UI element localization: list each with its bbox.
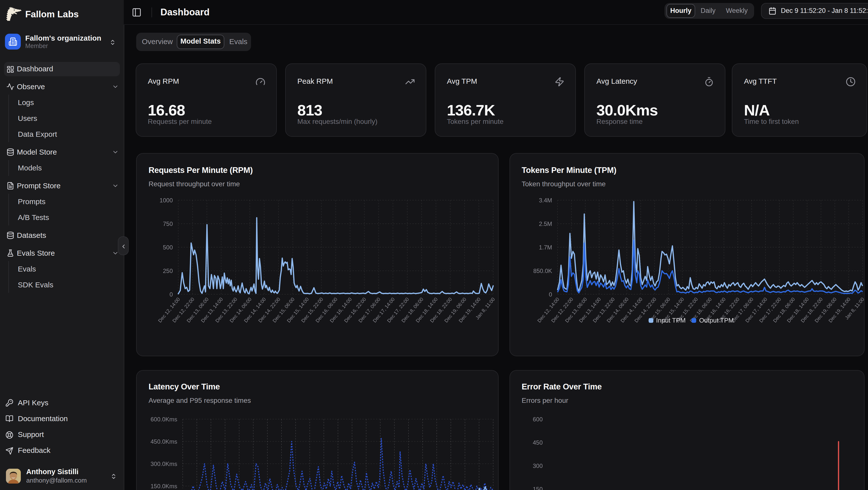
svg-text:150.0Kms: 150.0Kms (151, 483, 177, 490)
svg-text:2.5M: 2.5M (539, 221, 552, 227)
svg-text:450: 450 (533, 439, 543, 446)
svg-text:850.0K: 850.0K (533, 267, 552, 274)
svg-text:150: 150 (533, 486, 543, 490)
svg-text:3.4M: 3.4M (539, 197, 552, 204)
svg-text:450.0Kms: 450.0Kms (151, 438, 177, 445)
svg-text:300.0Kms: 300.0Kms (151, 461, 177, 467)
svg-text:600: 600 (533, 416, 543, 423)
svg-text:0: 0 (169, 291, 173, 298)
svg-text:600.0Kms: 600.0Kms (151, 416, 177, 423)
svg-text:500: 500 (163, 244, 173, 251)
svg-text:1.7M: 1.7M (539, 244, 552, 251)
svg-text:Input TPM: Input TPM (656, 317, 685, 324)
svg-text:300: 300 (533, 462, 543, 469)
svg-text:1000: 1000 (160, 197, 173, 204)
svg-text:250: 250 (163, 267, 173, 274)
svg-text:750: 750 (163, 221, 173, 227)
svg-text:0: 0 (549, 291, 552, 298)
svg-text:Output TPM: Output TPM (699, 317, 734, 324)
